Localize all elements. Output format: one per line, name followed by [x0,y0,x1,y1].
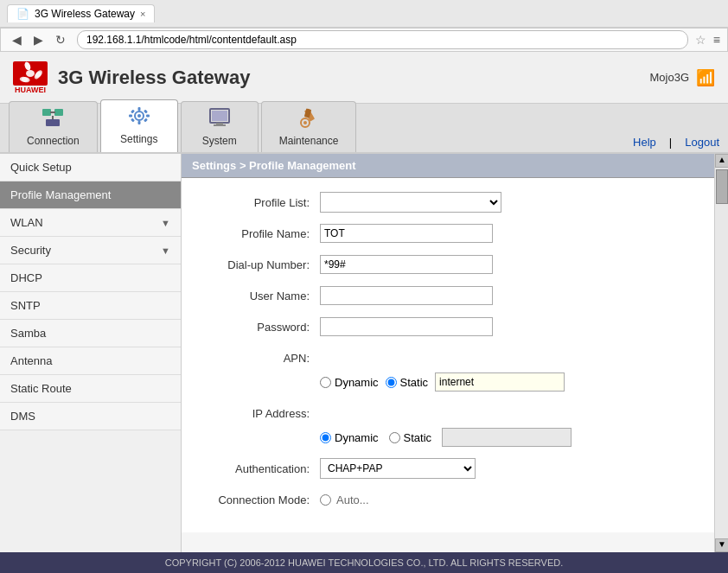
nav-separator: | [669,136,672,149]
tab-connection[interactable]: Connection [9,101,98,152]
svg-rect-7 [42,109,51,116]
tab-close-button[interactable]: × [140,9,145,19]
connmode-label: Auto... [336,493,369,506]
sidebar-item-dhcp[interactable]: DHCP [0,264,181,292]
user-name: Mojo3G [649,71,689,84]
bookmark-icon[interactable]: ☆ [695,33,706,47]
connection-mode-label: Connection Mode: [199,493,320,506]
svg-point-29 [303,121,307,124]
scroll-down-button[interactable]: ▼ [715,538,728,552]
svg-rect-24 [216,123,223,124]
content-panel: Settings > Profile Management Profile Li… [182,154,714,552]
back-button[interactable]: ◀ [8,31,26,48]
sidebar-item-security[interactable]: Security ▼ [0,237,181,264]
help-link[interactable]: Help [633,136,656,149]
password-input[interactable] [320,317,493,336]
svg-point-4 [23,61,31,71]
sidebar-label-antenna: Antenna [10,354,52,367]
refresh-button[interactable]: ↻ [51,31,70,48]
tab-system-label: System [202,135,237,147]
app-title: 3G Wireless Gateway [58,67,649,89]
sidebar-item-quick-setup[interactable]: Quick Setup [0,154,181,181]
dialup-input[interactable] [320,255,493,274]
sidebar-item-sntp[interactable]: SNTP [0,292,181,320]
svg-rect-15 [137,121,140,124]
tab-system[interactable]: System [181,101,259,152]
sidebar-label-sntp: SNTP [10,299,41,312]
svg-point-13 [137,114,141,118]
footer-text: COPYRIGHT (C) 2006-2012 HUAWEI TECHNOLOG… [165,557,564,568]
footer: COPYRIGHT (C) 2006-2012 HUAWEI TECHNOLOG… [0,552,728,573]
sidebar-item-samba[interactable]: Samba [0,320,181,347]
nav-tabs: Connection Settings [0,104,728,154]
apn-dynamic-label: Dynamic [335,376,379,389]
scroll-thumb[interactable] [716,169,728,204]
svg-rect-17 [146,115,150,118]
ip-dynamic-radio[interactable] [320,432,331,443]
svg-rect-8 [54,109,63,116]
sidebar-label-wlan: WLAN [10,216,43,229]
connection-mode-row: Connection Mode: Auto... [199,488,697,511]
svg-rect-14 [137,107,140,111]
apn-radio-group: Dynamic Static [320,372,565,392]
sidebar-item-profile-management[interactable]: Profile Management [0,181,181,209]
tab-settings[interactable]: Settings [100,99,178,152]
huawei-logo-icon [13,61,48,86]
auth-label: Authentication: [199,462,320,475]
menu-icon[interactable]: ≡ [713,33,720,47]
sidebar-item-wlan[interactable]: WLAN ▼ [0,209,181,237]
profile-list-select[interactable] [320,192,501,213]
breadcrumb: Settings > Profile Management [182,154,714,178]
svg-rect-20 [131,118,135,123]
profile-name-label: Profile Name: [199,227,320,240]
sidebar-label-profile-management: Profile Management [10,188,111,201]
username-input[interactable] [320,286,493,305]
sidebar-item-antenna[interactable]: Antenna [0,347,181,375]
browser-tab[interactable]: 📄 3G Wireless Gateway × [7,4,155,22]
nav-links: Help | Logout [633,136,719,152]
apn-value-input[interactable] [435,372,565,392]
address-bar[interactable] [77,30,688,49]
dialup-row: Dial-up Number: [199,253,697,276]
browser-nav: ◀ ▶ ↻ [8,31,70,48]
ip-static-label: Static [404,431,432,444]
connmode-auto-radio[interactable] [320,494,331,506]
profile-name-row: Profile Name: [199,222,697,245]
svg-rect-10 [46,119,60,126]
profile-name-input[interactable] [320,224,493,243]
password-row: Password: [199,315,697,338]
svg-rect-19 [144,110,148,114]
logout-link[interactable]: Logout [685,136,719,149]
scroll-up-button[interactable]: ▲ [715,154,728,168]
forward-button[interactable]: ▶ [29,31,48,48]
ip-address-row: IP Address: [199,402,697,424]
apn-dynamic-radio[interactable] [320,377,331,388]
tab-title: 3G Wireless Gateway [35,8,135,20]
tab-connection-label: Connection [27,135,80,147]
tab-maintenance[interactable]: Maintenance [261,101,357,152]
vertical-scrollbar[interactable]: ▲ ▼ [714,154,728,552]
sidebar-label-security: Security [10,244,51,257]
app-header: HUAWEI 3G Wireless Gateway Mojo3G 📶 [0,52,728,104]
connection-icon [41,107,65,133]
ip-static-radio[interactable] [389,432,400,443]
svg-rect-23 [212,111,227,121]
header-right: Mojo3G 📶 [649,68,715,87]
sidebar-label-static-route: Static Route [10,382,72,395]
sidebar-label-dms: DMS [10,410,35,423]
auth-select[interactable]: CHAP+PAP CHAP PAP None [320,458,476,479]
sidebar-item-dms[interactable]: DMS [0,403,181,430]
connection-mode-options: Auto... [320,493,369,506]
sidebar-item-static-route[interactable]: Static Route [0,375,181,403]
ip-radio-group: Dynamic Static [320,428,572,447]
username-label: User Name: [199,290,320,302]
scroll-track [715,168,728,538]
svg-rect-11 [52,116,54,119]
apn-static-label: Static [400,376,429,389]
apn-static-option: Static [386,376,429,389]
huawei-label: HUAWEI [15,86,46,94]
settings-icon [127,105,151,131]
auth-row: Authentication: CHAP+PAP CHAP PAP None [199,457,697,480]
tab-settings-label: Settings [120,133,157,145]
apn-static-radio[interactable] [386,377,397,388]
